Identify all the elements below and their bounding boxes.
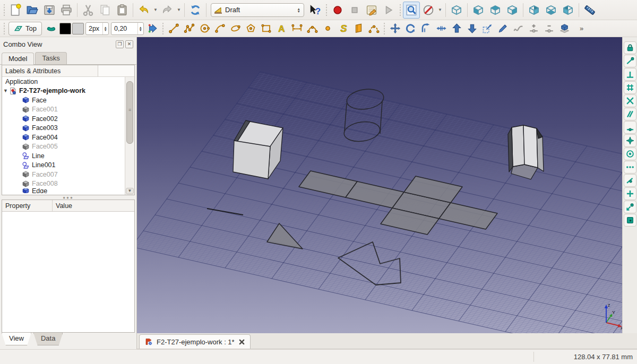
- snap-parallel-button[interactable]: [624, 108, 636, 120]
- offset-button[interactable]: [418, 21, 434, 36]
- line-width-value[interactable]: 2px: [86, 25, 102, 32]
- tab-tasks[interactable]: Tasks: [35, 52, 66, 64]
- wire-to-bspline-button[interactable]: [511, 21, 526, 36]
- snap-grid-button[interactable]: [624, 81, 636, 94]
- tree-item-face007[interactable]: Face007: [2, 170, 125, 179]
- fit-all-button[interactable]: [403, 2, 420, 19]
- snap-angle-button[interactable]: [624, 134, 636, 147]
- tree-item-application[interactable]: Application: [2, 77, 125, 86]
- draft-wire-button[interactable]: [182, 21, 197, 36]
- measure-button[interactable]: [581, 2, 598, 19]
- dropdown-arrow-icon[interactable]: ▼: [437, 3, 443, 18]
- draft-point-button[interactable]: [320, 21, 335, 36]
- toolbar-handle[interactable]: [383, 23, 386, 34]
- dropdown-arrow-icon[interactable]: ▼: [152, 3, 159, 18]
- draft-rectangle-button[interactable]: [259, 21, 274, 36]
- float-panel-icon[interactable]: ❐: [116, 40, 124, 48]
- close-tab-icon[interactable]: [238, 339, 245, 345]
- snap-center-button[interactable]: [624, 148, 636, 160]
- tree-item-face001[interactable]: Face001: [2, 105, 125, 115]
- scrollbar-thumb[interactable]: [126, 81, 133, 144]
- edit-draft-button[interactable]: [495, 21, 511, 36]
- copy-button[interactable]: [97, 2, 114, 19]
- view-right-button[interactable]: [504, 2, 521, 19]
- snap-perpendicular-button[interactable]: [624, 68, 636, 81]
- toolbar-handle[interactable]: [2, 4, 6, 16]
- snap-lock-button[interactable]: [624, 41, 636, 54]
- tree-item-line001[interactable]: Line001: [2, 161, 125, 170]
- face-color-swatch[interactable]: [72, 23, 84, 34]
- draft-facebinder-button[interactable]: [351, 21, 366, 36]
- value-column-header[interactable]: Value: [53, 200, 134, 211]
- snap-extension-button[interactable]: [624, 161, 636, 174]
- save-file-button[interactable]: [41, 2, 58, 19]
- toolbar-handle[interactable]: [161, 23, 165, 34]
- tree-item-face008[interactable]: Face008: [2, 179, 125, 189]
- tree-item-face005[interactable]: Face005: [2, 142, 125, 152]
- toolbar-handle[interactable]: [2, 23, 6, 34]
- snap-toggle-button[interactable]: [44, 21, 59, 36]
- expand-arrow-icon[interactable]: ▼: [2, 88, 9, 93]
- view-front-button[interactable]: [470, 2, 487, 19]
- snap-endpoint-button[interactable]: [624, 55, 636, 67]
- property-column-header[interactable]: Property: [2, 200, 53, 211]
- tree-scrollbar[interactable]: ▼: [125, 77, 134, 195]
- snap-intersection-button[interactable]: [624, 94, 636, 107]
- macro-stop-button[interactable]: [346, 2, 363, 19]
- tree-item-face002[interactable]: Face002: [2, 114, 125, 124]
- draft-shapestring-button[interactable]: S: [335, 21, 351, 36]
- line-width-spinner-icon[interactable]: ▲▼: [102, 23, 108, 34]
- view-top-button[interactable]: [487, 2, 504, 19]
- apply-style-button[interactable]: [145, 21, 160, 36]
- tab-data[interactable]: Data: [33, 333, 63, 345]
- rotate-button[interactable]: [403, 21, 418, 36]
- snap-near-button[interactable]: [624, 174, 636, 187]
- macro-play-button[interactable]: [380, 2, 397, 19]
- dropdown-arrow-icon[interactable]: ▼: [176, 3, 182, 18]
- panel-splitter[interactable]: ●●●: [0, 195, 136, 200]
- working-plane-button[interactable]: Top: [8, 22, 42, 36]
- whats-this-button[interactable]: ?: [306, 2, 323, 19]
- upgrade-button[interactable]: [449, 21, 464, 36]
- refresh-button[interactable]: [187, 2, 204, 19]
- draft-circle-button[interactable]: [197, 21, 212, 36]
- move-button[interactable]: [388, 21, 403, 36]
- toolbar-overflow-icon[interactable]: »: [580, 24, 583, 32]
- macro-record-button[interactable]: [329, 2, 346, 19]
- 3d-viewport[interactable]: z Y x: [137, 37, 622, 333]
- undo-button[interactable]: [135, 2, 152, 19]
- macro-edit-button[interactable]: [363, 2, 380, 19]
- tab-model[interactable]: Model: [2, 53, 34, 65]
- new-file-button[interactable]: [7, 2, 24, 19]
- draft-ellipse-button[interactable]: [228, 21, 243, 36]
- tree-item-line[interactable]: Line: [2, 151, 125, 161]
- snap-ortho-button[interactable]: [624, 187, 636, 200]
- print-button[interactable]: [58, 2, 75, 19]
- line-color-swatch[interactable]: [59, 23, 71, 34]
- draft-text-button[interactable]: A: [274, 21, 289, 36]
- tree-item-f2-t27-ejemplo-work[interactable]: ▼F2-T27-ejemplo-work: [2, 86, 125, 96]
- tree-item-edge[interactable]: Edge: [2, 188, 125, 193]
- draw-style-button[interactable]: [420, 2, 437, 19]
- tree-item-face003[interactable]: Face003: [2, 124, 125, 133]
- view-rear-button[interactable]: [526, 2, 543, 19]
- draft-bezier-button[interactable]: [366, 21, 382, 36]
- add-point-button[interactable]: [526, 21, 541, 36]
- tree-column-header[interactable]: Labels & Attributes: [2, 65, 98, 76]
- scale-spin-spinbox[interactable]: 0,20▲▼: [111, 22, 144, 35]
- toolbar-handle[interactable]: [324, 4, 328, 16]
- trimex-button[interactable]: [434, 21, 449, 36]
- draft-arc-button[interactable]: [212, 21, 228, 36]
- delete-point-button[interactable]: [541, 21, 557, 36]
- scale-spin-spinner-icon[interactable]: ▲▼: [137, 23, 143, 34]
- paste-button[interactable]: [114, 2, 131, 19]
- scale-spin-value[interactable]: 0,20: [111, 25, 137, 32]
- tree-item-face[interactable]: Face: [2, 96, 125, 105]
- snap-special-button[interactable]: [624, 201, 636, 213]
- view-isometric-button[interactable]: [448, 2, 465, 19]
- cut-button[interactable]: [80, 2, 97, 19]
- snap-working-plane-button[interactable]: [624, 214, 636, 227]
- tree-item-face004[interactable]: Face004: [2, 133, 125, 142]
- downgrade-button[interactable]: [464, 21, 480, 36]
- draft-polygon-button[interactable]: [243, 21, 259, 36]
